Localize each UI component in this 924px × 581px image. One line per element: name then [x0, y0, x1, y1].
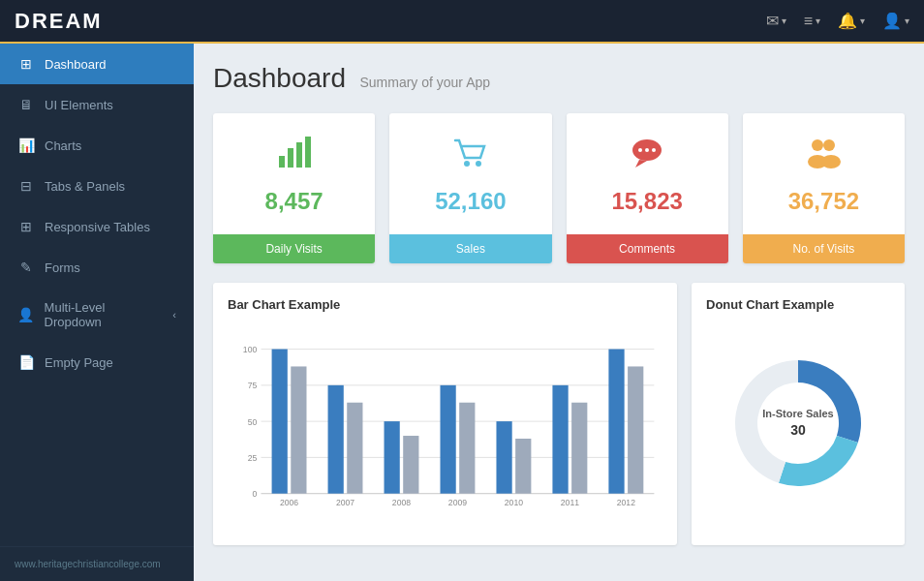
sidebar-item-multi-level[interactable]: 👤 Multi-Level Dropdown ‹: [0, 288, 194, 342]
stat-card-sales: 52,160 Sales: [389, 113, 551, 263]
svg-rect-41: [552, 385, 568, 494]
tabs-icon: ⊟: [17, 178, 35, 194]
svg-text:25: 25: [248, 453, 258, 463]
svg-point-10: [652, 148, 656, 152]
svg-text:100: 100: [243, 345, 258, 354]
charts-row: Bar Chart Example 0255075100200620072008…: [213, 283, 905, 545]
donut-chart-card: Donut Chart Example In-Store Sales 30: [692, 283, 905, 545]
sidebar-item-empty[interactable]: 📄 Empty Page: [0, 342, 194, 382]
sidebar: ⊞ Dashboard 🖥 UI Elements 📊 Charts ⊟ Tab…: [0, 44, 194, 581]
svg-rect-45: [628, 366, 643, 493]
svg-rect-26: [272, 350, 288, 494]
no-visits-value: 36,752: [762, 188, 885, 215]
navbar-icons: ✉ ▾ ≡ ▾ 🔔 ▾ 👤 ▾: [766, 12, 909, 30]
daily-visits-icon: [232, 133, 355, 180]
stat-card-comments: 15,823 Comments: [567, 113, 728, 263]
svg-point-4: [464, 161, 470, 167]
sidebar-item-ui-elements[interactable]: 🖥 UI Elements: [0, 84, 194, 125]
svg-text:2008: 2008: [392, 498, 411, 507]
svg-text:2009: 2009: [448, 498, 467, 507]
svg-text:2010: 2010: [505, 498, 523, 507]
donut-label: In-Store Sales 30: [762, 407, 833, 441]
donut-container: In-Store Sales 30: [706, 326, 890, 520]
brand-logo: DREAM: [15, 9, 766, 34]
comments-icon: [586, 133, 709, 180]
daily-visits-value: 8,457: [232, 188, 355, 215]
svg-point-9: [645, 148, 649, 152]
svg-rect-39: [515, 439, 531, 494]
svg-rect-29: [328, 385, 344, 494]
svg-rect-44: [608, 350, 624, 494]
svg-rect-30: [347, 403, 362, 494]
donut-center-label: In-Store Sales: [762, 408, 833, 419]
svg-text:2006: 2006: [280, 498, 298, 507]
arrow-icon: ‹: [172, 309, 176, 321]
sales-value: 52,160: [409, 188, 532, 215]
stat-card-daily-visits: 8,457 Daily Visits: [213, 113, 375, 263]
donut-chart-title: Donut Chart Example: [706, 297, 890, 312]
sidebar-item-tabs[interactable]: ⊟ Tabs & Panels: [0, 166, 194, 206]
user-icon[interactable]: 👤 ▾: [882, 12, 909, 30]
svg-text:0: 0: [252, 489, 257, 499]
svg-rect-0: [279, 156, 285, 168]
stat-card-no-visits: 36,752 No. of Visits: [743, 113, 905, 263]
svg-text:2012: 2012: [617, 498, 635, 507]
svg-text:2007: 2007: [336, 498, 354, 507]
stat-card-body: 52,160: [389, 113, 551, 234]
svg-rect-3: [305, 137, 311, 168]
svg-point-12: [823, 139, 835, 151]
table-icon: ⊞: [17, 219, 35, 234]
stat-card-body: 15,823: [567, 113, 728, 234]
sidebar-item-tables[interactable]: ⊞ Responsive Tables: [0, 206, 194, 247]
no-visits-icon: [762, 133, 885, 180]
page-header: Dashboard Summary of your App: [213, 63, 905, 94]
sidebar-footer: www.heritagechristiancollege.com: [0, 546, 194, 581]
chart-icon: 📊: [17, 138, 35, 153]
navbar: DREAM ✉ ▾ ≡ ▾ 🔔 ▾ 👤 ▾: [0, 0, 924, 44]
svg-rect-32: [385, 421, 400, 494]
svg-point-8: [638, 148, 642, 152]
forms-icon: ✎: [17, 260, 35, 275]
menu-icon[interactable]: ≡ ▾: [804, 13, 820, 30]
bell-icon[interactable]: 🔔 ▾: [838, 12, 865, 30]
svg-rect-42: [571, 403, 587, 494]
page-icon: 📄: [17, 354, 35, 370]
no-visits-label[interactable]: No. of Visits: [743, 234, 905, 263]
multi-icon: 👤: [17, 307, 35, 322]
svg-point-11: [812, 139, 823, 151]
page-title: Dashboard: [213, 63, 346, 93]
bar-chart-card: Bar Chart Example 0255075100200620072008…: [213, 283, 677, 545]
donut-center-value: 30: [790, 422, 806, 438]
stat-card-body: 36,752: [743, 113, 905, 234]
svg-rect-1: [288, 148, 293, 168]
sidebar-item-dashboard[interactable]: ⊞ Dashboard: [0, 44, 194, 84]
svg-marker-7: [635, 160, 647, 168]
svg-text:50: 50: [248, 417, 258, 427]
svg-rect-33: [403, 436, 418, 494]
bar-chart-container: 02550751002006200720082009201020112012: [228, 326, 662, 531]
main-layout: ⊞ Dashboard 🖥 UI Elements 📊 Charts ⊟ Tab…: [0, 44, 924, 581]
bar-chart-title: Bar Chart Example: [228, 297, 662, 312]
mail-icon[interactable]: ✉ ▾: [766, 12, 786, 30]
svg-text:2011: 2011: [561, 498, 579, 507]
svg-point-14: [821, 155, 841, 168]
stat-cards: 8,457 Daily Visits 52,160 Sales 15,823 C…: [213, 113, 905, 263]
svg-text:75: 75: [248, 381, 258, 390]
page-subtitle: Summary of your App: [359, 75, 490, 90]
sales-icon: [409, 133, 532, 180]
comments-label[interactable]: Comments: [567, 234, 728, 263]
main-content: Dashboard Summary of your App 8,457 Dail…: [194, 44, 924, 581]
stat-card-body: 8,457: [213, 113, 375, 234]
sidebar-item-charts[interactable]: 📊 Charts: [0, 125, 194, 166]
svg-rect-2: [296, 142, 302, 168]
svg-rect-35: [440, 385, 455, 494]
svg-rect-27: [291, 366, 306, 493]
sidebar-item-forms[interactable]: ✎ Forms: [0, 247, 194, 288]
svg-rect-36: [459, 403, 475, 494]
comments-value: 15,823: [586, 188, 709, 215]
daily-visits-label[interactable]: Daily Visits: [213, 234, 375, 263]
svg-point-5: [476, 161, 481, 167]
monitor-icon: 🖥: [17, 97, 35, 112]
sales-label[interactable]: Sales: [389, 234, 551, 263]
svg-rect-38: [496, 421, 511, 494]
